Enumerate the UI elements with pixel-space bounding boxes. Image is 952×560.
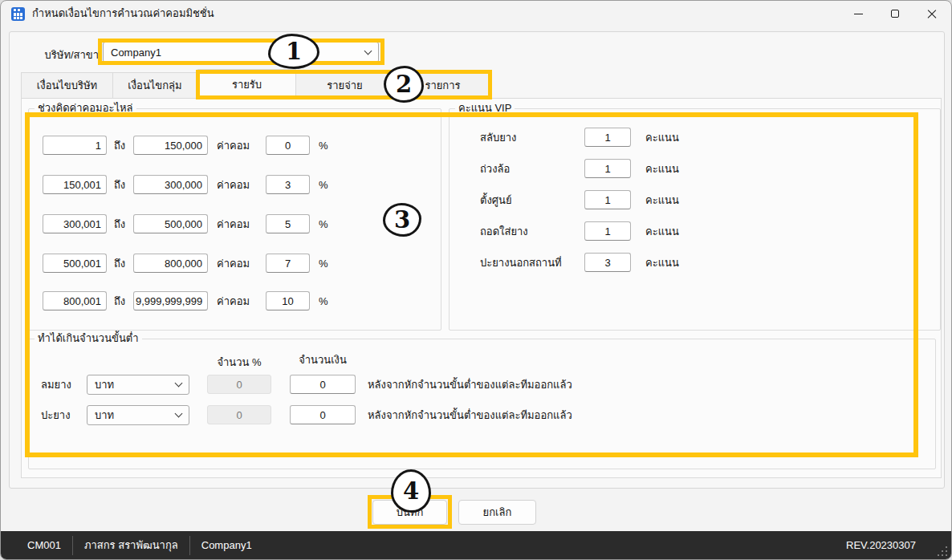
vip-row: ถ่วงล้อ คะแนน (480, 159, 679, 178)
to-label: ถึง (114, 255, 128, 272)
commission-range-group: ช่วงคิดค่าคอมอะไหล่ ถึง ค่าคอม % ถึง ค่า… (28, 108, 441, 331)
commission-row: ถึง ค่าคอม % (43, 214, 328, 233)
commission-label: ค่าคอม (217, 216, 247, 233)
range-from-input[interactable] (43, 254, 107, 273)
minimum-note-label: หลังจากหักจำนวนขั้นต่ำของแต่ละทีมออกแล้ว (368, 376, 572, 393)
percent-column-header: จำนวน % (207, 354, 271, 371)
vip-points-input[interactable] (584, 159, 631, 178)
commission-row: ถึง ค่าคอม % (43, 291, 328, 310)
percent-label: % (319, 295, 328, 307)
minimum-note-label: หลังจากหักจำนวนขั้นต่ำของแต่ละทีมออกแล้ว (368, 407, 572, 424)
tab-expense[interactable]: รายจ่าย (296, 72, 394, 99)
minimum-percent-input (207, 405, 271, 424)
commission-label: ค่าคอม (217, 293, 247, 310)
vip-row: ตั้งศูนย์ คะแนน (480, 190, 679, 209)
tab-company-conditions[interactable]: เงื่อนไขบริษัท (21, 72, 113, 99)
points-unit-label: คะแนน (645, 129, 679, 146)
app-window: กำหนดเงื่อนไขการคำนวณค่าคอมมิชชั่น บริษั… (0, 0, 952, 560)
unit-select-value: บาท (95, 376, 114, 393)
vip-row: ปะยางนอกสถานที่ คะแนน (480, 253, 679, 272)
range-to-input[interactable] (133, 254, 208, 273)
to-label: ถึง (114, 293, 128, 310)
close-button[interactable] (913, 1, 950, 26)
commission-label: ค่าคอม (217, 255, 247, 272)
to-label: ถึง (114, 216, 128, 233)
commission-percent-input[interactable] (266, 175, 310, 194)
vip-points-input[interactable] (584, 190, 631, 209)
minimize-button[interactable] (840, 1, 877, 26)
range-to-input[interactable] (133, 175, 208, 194)
status-screen-code: CM001 (27, 539, 61, 551)
vip-points-input[interactable] (584, 253, 631, 272)
tab-items[interactable]: รายการ (394, 72, 492, 99)
save-button[interactable]: บันทึก (372, 500, 447, 525)
close-icon (927, 9, 937, 18)
range-to-input[interactable] (133, 214, 208, 233)
percent-label: % (319, 140, 328, 152)
unit-select[interactable]: บาท (87, 405, 189, 425)
status-separator (189, 536, 190, 555)
commission-percent-input[interactable] (266, 291, 310, 310)
commission-range-group-title: ช่วงคิดค่าคอมอะไหล่ (35, 102, 136, 115)
commission-percent-input[interactable] (266, 214, 310, 233)
vip-service-label: ถ่วงล้อ (480, 160, 584, 177)
status-separator (72, 536, 73, 555)
vip-points-group-title: คะแนน VIP (455, 102, 515, 115)
resize-grip[interactable] (937, 546, 947, 556)
tab-page-income: ช่วงคิดค่าคอมอะไหล่ ถึง ค่าคอม % ถึง ค่า… (21, 98, 942, 478)
points-unit-label: คะแนน (645, 254, 679, 271)
amount-column-header: จำนวนเงิน (290, 351, 356, 368)
commission-label: ค่าคอม (217, 177, 247, 193)
cancel-button[interactable]: ยกเลิก (458, 500, 536, 525)
chevron-down-icon (364, 47, 372, 55)
commission-row: ถึง ค่าคอม % (43, 136, 328, 155)
percent-label: % (319, 218, 328, 230)
maximize-icon (891, 10, 899, 18)
range-from-input[interactable] (43, 175, 107, 194)
unit-select-value: บาท (95, 407, 114, 424)
unit-select[interactable]: บาท (87, 375, 189, 395)
window-title: กำหนดเงื่อนไขการคำนวณค่าคอมมิชชั่น (32, 1, 214, 26)
to-label: ถึง (114, 137, 128, 154)
minimum-amount-input[interactable] (290, 375, 356, 394)
vip-service-label: ถอดใส่ยาง (480, 223, 584, 240)
minimum-percent-input (207, 375, 271, 394)
maximize-button[interactable] (877, 1, 913, 26)
tab-income[interactable]: รายรับ (197, 69, 296, 99)
status-company-name: Company1 (201, 539, 252, 551)
vip-points-input[interactable] (584, 128, 631, 147)
points-unit-label: คะแนน (645, 160, 679, 177)
range-to-input[interactable] (133, 136, 208, 155)
chevron-down-icon (175, 379, 183, 387)
app-grid-icon (11, 7, 25, 21)
vip-row: สลับยาง คะแนน (480, 128, 679, 147)
commission-percent-input[interactable] (266, 136, 310, 155)
status-revision: REV.20230307 (846, 539, 951, 551)
percent-label: % (319, 179, 328, 191)
vip-points-group: คะแนน VIP สลับยาง คะแนน ถ่วงล้อ คะแนน ตั… (449, 108, 941, 331)
title-bar: กำหนดเงื่อนไขการคำนวณค่าคอมมิชชั่น (1, 1, 951, 26)
minimum-amount-input[interactable] (290, 405, 356, 424)
commission-label: ค่าคอม (217, 137, 247, 154)
tab-group-conditions[interactable]: เงื่อนไขกลุ่ม (113, 72, 197, 99)
vip-service-label: ตั้งศูนย์ (480, 192, 584, 209)
company-select[interactable]: Company1 (103, 42, 379, 63)
vip-points-input[interactable] (584, 221, 631, 241)
range-from-input[interactable] (43, 291, 107, 310)
range-from-input[interactable] (43, 214, 107, 233)
commission-row: ถึง ค่าคอม % (43, 254, 328, 273)
status-bar: CM001 ภาสกร สราพัฒนากุล Company1 REV.202… (1, 531, 951, 559)
company-select-value: Company1 (111, 47, 161, 59)
minimum-service-label: ลมยาง (41, 376, 87, 393)
to-label: ถึง (114, 177, 128, 193)
status-user-name: ภาสกร สราพัฒนากุล (84, 537, 178, 554)
percent-label: % (319, 258, 328, 270)
points-unit-label: คะแนน (645, 223, 679, 240)
minimum-row: ลมยาง บาท หลังจากหักจำนวนขั้นต่ำของแต่ละ… (41, 374, 572, 395)
vip-service-label: ปะยางนอกสถานที่ (480, 254, 584, 271)
commission-row: ถึง ค่าคอม % (43, 175, 328, 194)
minimum-service-label: ปะยาง (41, 407, 87, 424)
range-to-input[interactable] (133, 291, 208, 310)
commission-percent-input[interactable] (266, 254, 310, 273)
range-from-input[interactable] (43, 136, 107, 155)
